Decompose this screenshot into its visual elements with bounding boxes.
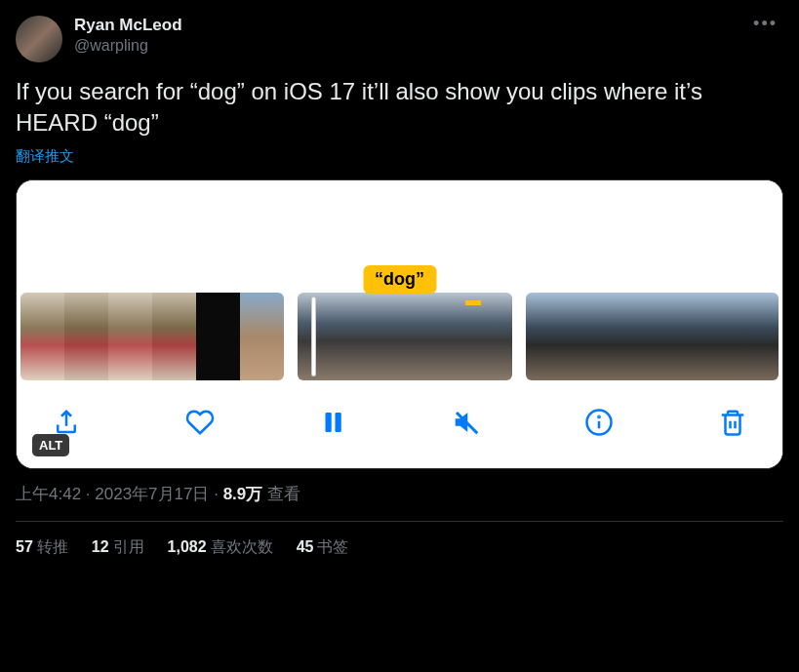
video-frame [653,293,695,380]
user-info: Ryan McLeod @warpling [74,16,736,55]
video-frame [610,293,652,380]
tweet-date[interactable]: 2023年7月17日 [95,485,209,503]
video-frame [196,293,240,380]
video-frame [152,293,196,380]
media-attachment[interactable]: “dog” [16,179,783,469]
tweet-time[interactable]: 上午4:42 [16,485,81,503]
more-button[interactable]: ••• [747,16,783,32]
video-frame [737,293,779,380]
search-result-badge: “dog” [363,265,436,294]
video-frame [568,293,610,380]
quotes-stat[interactable]: 12引用 [92,537,144,558]
video-frame [240,293,284,380]
playhead-indicator [311,296,316,376]
share-icon [52,408,81,437]
bookmarks-stat[interactable]: 45书签 [297,537,349,558]
retweets-stat[interactable]: 57转推 [16,537,68,558]
mute-button[interactable] [450,406,483,439]
svg-point-5 [599,416,600,417]
video-frame [298,293,369,380]
info-icon [584,408,614,437]
tweet-stats: 57转推 12引用 1,082喜欢次数 45书签 [16,537,783,558]
media-toolbar [17,380,782,468]
svg-rect-1 [336,413,341,432]
video-timeline [17,293,782,380]
clip-group-1 [20,293,284,380]
video-frame [369,293,440,380]
tweet-meta: 上午4:42 · 2023年7月17日 · 8.9万 查看 [16,483,783,505]
video-frame [108,293,152,380]
timeline-marker [465,300,481,305]
clip-group-3 [526,293,779,380]
svg-rect-0 [326,413,332,432]
heart-icon [185,408,215,437]
pause-icon [318,408,347,437]
like-button[interactable] [183,406,217,439]
video-frame [64,293,108,380]
display-name[interactable]: Ryan McLeod [74,16,736,35]
translate-link[interactable]: 翻译推文 [16,147,74,166]
avatar[interactable] [16,16,62,62]
username[interactable]: @warpling [74,37,736,55]
likes-stat[interactable]: 1,082喜欢次数 [168,537,273,558]
tweet-container: Ryan McLeod @warpling ••• If you search … [0,0,799,558]
trash-icon [718,408,747,437]
views-count: 8.9万 [223,485,263,503]
pause-button[interactable] [316,406,349,439]
delete-button[interactable] [716,406,749,439]
divider [16,521,783,522]
video-frame [695,293,737,380]
clip-group-2 [298,293,512,380]
alt-badge[interactable]: ALT [32,434,69,456]
speaker-muted-icon [452,408,481,437]
video-frame [441,293,512,380]
tweet-header: Ryan McLeod @warpling ••• [16,16,783,62]
tweet-text: If you search for “dog” on iOS 17 it’ll … [16,76,783,139]
video-frame [526,293,568,380]
video-frame [20,293,64,380]
views-label: 查看 [262,485,300,503]
info-button[interactable] [582,406,616,439]
